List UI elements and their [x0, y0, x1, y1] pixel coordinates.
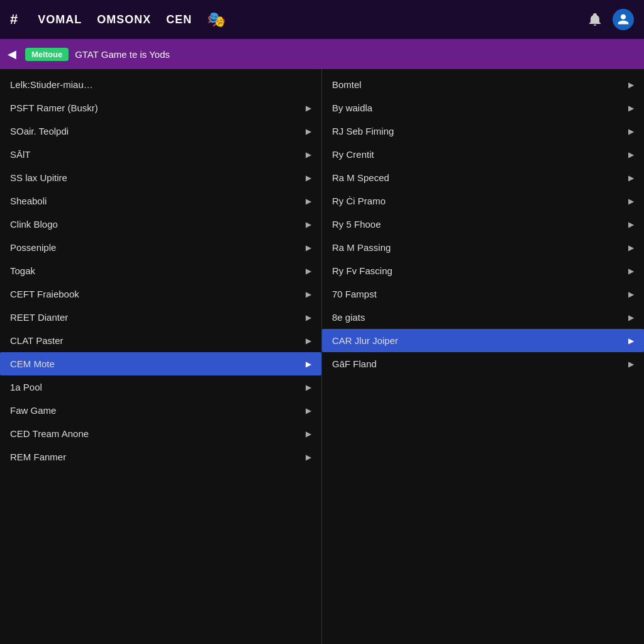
menu-item-label: CED Tream Anone	[10, 428, 306, 439]
left-menu-item[interactable]: REM Fanmer▶	[0, 445, 321, 469]
nav-right-icons	[585, 9, 634, 30]
menu-item-label: Clink Blogo	[10, 219, 306, 230]
right-menu-item[interactable]: Ry Crentit▶	[322, 143, 644, 166]
right-menu-item[interactable]: RJ Seb Fiming▶	[322, 119, 644, 143]
menu-item-label: Faw Game	[10, 405, 306, 416]
left-menu-item[interactable]: 1a Pool▶	[0, 375, 321, 399]
left-menu-item[interactable]: CED Tream Anone▶	[0, 422, 321, 445]
right-menu-item[interactable]: 8e giats▶	[322, 306, 644, 329]
arrow-right-icon: ▶	[306, 430, 311, 438]
menu-item-label: Ra M Speced	[332, 172, 628, 183]
menu-item-label: GāF Fland	[332, 358, 628, 369]
menu-item-label: RJ Seb Fiming	[332, 126, 628, 136]
arrow-right-icon: ▶	[306, 336, 311, 345]
menu-item-label: CEM Mote	[10, 358, 306, 369]
arrow-right-icon: ▶	[628, 336, 634, 345]
arrow-right-icon: ▶	[306, 453, 311, 462]
menu-item-label: Ra M Passing	[332, 242, 628, 253]
top-navigation: # VOMAL OMSONX CEN 🎭	[0, 0, 644, 39]
arrow-right-icon: ▶	[628, 243, 634, 252]
menu-item-label: Sheaboli	[10, 196, 306, 206]
left-menu-item[interactable]: Faw Game▶	[0, 399, 321, 422]
left-menu-item[interactable]: Posseniple▶	[0, 236, 321, 259]
left-menu-item[interactable]: Sheaboli▶	[0, 189, 321, 213]
user-avatar[interactable]	[613, 9, 634, 30]
left-menu-item[interactable]: REET Dianter▶	[0, 306, 321, 329]
nav-omsonx[interactable]: OMSONX	[97, 13, 151, 26]
left-menu-item[interactable]: PSFT Ramer (Buskr)▶	[0, 96, 321, 119]
menu-item-label: Togak	[10, 265, 306, 276]
left-menu-item[interactable]: Togak▶	[0, 259, 321, 282]
menu-item-label: REM Fanmer	[10, 452, 306, 462]
menu-item-label: 70 Fampst	[332, 289, 628, 299]
arrow-right-icon: ▶	[306, 174, 311, 182]
menu-item-label: 8e giats	[332, 312, 628, 323]
right-menu-item[interactable]: Ry Ċi Pramo▶	[322, 189, 644, 213]
arrow-right-icon: ▶	[628, 197, 634, 206]
right-menu-item[interactable]: Ra M Speced▶	[322, 166, 644, 189]
menu-item-label: Posseniple	[10, 242, 306, 253]
arrow-right-icon: ▶	[306, 127, 311, 136]
left-menu-panel: Lelk:Stiuder-miau…PSFT Ramer (Buskr)▶SOa…	[0, 69, 322, 644]
left-menu-item[interactable]: CEM Mote▶	[0, 352, 321, 375]
right-menu-item[interactable]: CAR Jlur Joiper▶	[322, 329, 644, 352]
nav-cen[interactable]: CEN	[166, 13, 192, 26]
menu-item-label: Bomtel	[332, 79, 628, 90]
robot-icon[interactable]: 🎭	[207, 11, 226, 28]
arrow-right-icon: ▶	[306, 360, 311, 369]
right-menu-item[interactable]: Bomtel▶	[322, 73, 644, 96]
arrow-right-icon: ▶	[628, 104, 634, 113]
arrow-right-icon: ▶	[306, 220, 311, 229]
arrow-right-icon: ▶	[306, 406, 311, 415]
left-menu-item[interactable]: SS lax Upitire▶	[0, 166, 321, 189]
right-menu-panel: Bomtel▶By waidla▶RJ Seb Fiming▶Ry Crenti…	[322, 69, 644, 644]
menu-item-label: PSFT Ramer (Buskr)	[10, 103, 306, 113]
right-menu-item[interactable]: GāF Fland▶	[322, 352, 644, 375]
arrow-right-icon: ▶	[306, 290, 311, 299]
arrow-right-icon: ▶	[628, 127, 634, 136]
right-menu-item[interactable]: By waidla▶	[322, 96, 644, 119]
menu-item-label: Lelk:Stiuder-miau…	[10, 79, 311, 90]
nav-vomal[interactable]: VOMAL	[38, 13, 82, 26]
menu-item-label: SS lax Upitire	[10, 172, 306, 183]
menu-item-label: Ry 5 Fhooe	[332, 219, 628, 230]
right-menu-item[interactable]: Ry 5 Fhooe▶	[322, 213, 644, 236]
arrow-right-icon: ▶	[628, 313, 634, 322]
hash-icon: #	[10, 11, 18, 28]
breadcrumb-bar: ◀ Meltoue GTAT Game te is Yods	[0, 39, 644, 69]
menu-item-label: REET Dianter	[10, 312, 306, 323]
right-menu-item[interactable]: Ra M Passing▶	[322, 236, 644, 259]
menu-item-label: SOair. Teolpdi	[10, 126, 306, 136]
arrow-right-icon: ▶	[628, 290, 634, 299]
arrow-right-icon: ▶	[628, 267, 634, 275]
left-menu-item[interactable]: Lelk:Stiuder-miau…	[0, 73, 321, 96]
arrow-right-icon: ▶	[628, 220, 634, 229]
left-menu-item[interactable]: SĀlT▶	[0, 143, 321, 166]
menu-item-label: CEFT Fraiebook	[10, 289, 306, 299]
arrow-right-icon: ▶	[306, 150, 311, 159]
arrow-right-icon: ▶	[306, 267, 311, 275]
menu-item-label: 1a Pool	[10, 382, 306, 392]
main-content: Lelk:Stiuder-miau…PSFT Ramer (Buskr)▶SOa…	[0, 69, 644, 644]
arrow-right-icon: ▶	[628, 360, 634, 369]
left-menu-item[interactable]: Clink Blogo▶	[0, 213, 321, 236]
left-menu-item[interactable]: CLAT Paster▶	[0, 329, 321, 352]
right-menu-item[interactable]: Ry Fv Fascing▶	[322, 259, 644, 282]
arrow-right-icon: ▶	[628, 174, 634, 182]
menu-item-label: Ry Fv Fascing	[332, 265, 628, 276]
arrow-right-icon: ▶	[306, 197, 311, 206]
menu-item-label: By waidla	[332, 103, 628, 113]
arrow-right-icon: ▶	[628, 80, 634, 89]
arrow-right-icon: ▶	[306, 243, 311, 252]
left-menu-item[interactable]: SOair. Teolpdi▶	[0, 119, 321, 143]
arrow-right-icon: ▶	[306, 383, 311, 392]
menu-item-label: CAR Jlur Joiper	[332, 335, 628, 346]
menu-item-label: Ry Ċi Pramo	[332, 196, 628, 206]
arrow-right-icon: ▶	[628, 150, 634, 159]
left-menu-item[interactable]: CEFT Fraiebook▶	[0, 282, 321, 306]
menu-item-label: CLAT Paster	[10, 335, 306, 346]
arrow-right-icon: ▶	[306, 313, 311, 322]
right-menu-item[interactable]: 70 Fampst▶	[322, 282, 644, 306]
notification-bell-icon[interactable]	[585, 9, 605, 30]
back-button[interactable]: ◀	[8, 47, 16, 61]
